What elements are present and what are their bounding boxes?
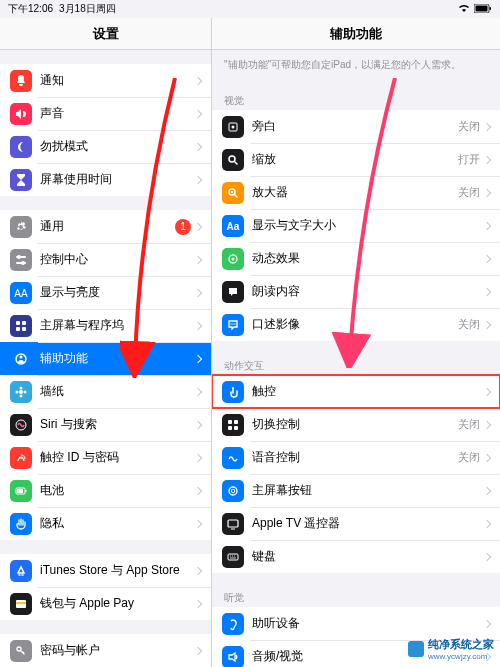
chevron-right-icon (194, 599, 202, 607)
svg-rect-42 (232, 489, 235, 492)
svg-point-15 (20, 386, 23, 389)
watermark-logo-icon (408, 641, 424, 657)
label-magnifier: 放大器 (252, 184, 458, 201)
row-control[interactable]: 控制中心 (0, 243, 211, 276)
row-sounds[interactable]: 声音 (0, 97, 211, 130)
row-homebtn[interactable]: 主屏幕按钮 (212, 474, 500, 507)
chevron-right-icon (483, 387, 491, 395)
label-itunes: iTunes Store 与 App Store (40, 562, 195, 579)
svg-point-5 (17, 255, 21, 259)
header: 设置 辅助功能 (0, 18, 500, 50)
row-wallet[interactable]: 钱包与 Apple Pay (0, 587, 211, 620)
svg-point-32 (232, 257, 235, 260)
row-itunes[interactable]: iTunes Store 与 App Store (0, 554, 211, 587)
row-privacy[interactable]: 隐私 (0, 507, 211, 540)
row-zoom[interactable]: 缩放打开 (212, 143, 500, 176)
svg-point-27 (232, 125, 235, 128)
status-magnifier: 关闭 (458, 185, 480, 200)
svg-text:AA: AA (14, 288, 28, 299)
chevron-right-icon (194, 76, 202, 84)
chevron-right-icon (194, 646, 202, 654)
sidebar[interactable]: 通知声音勿扰模式屏幕使用时间通用1控制中心AA显示与亮度主屏幕与程序坞辅助功能墙… (0, 50, 212, 667)
voice-icon (222, 447, 244, 469)
chevron-right-icon (483, 254, 491, 262)
homebtn-icon (222, 480, 244, 502)
label-textsize: 显示与文字大小 (252, 217, 484, 234)
label-dnd: 勿扰模式 (40, 138, 195, 155)
row-voiceover[interactable]: 旁白关闭 (212, 110, 500, 143)
svg-point-28 (229, 156, 235, 162)
svg-rect-40 (234, 426, 238, 430)
chevron-right-icon (194, 486, 202, 494)
row-switch[interactable]: 切换控制关闭 (212, 408, 500, 441)
row-siri[interactable]: Siri 与搜索 (0, 408, 211, 441)
row-accessibility[interactable]: 辅助功能 (0, 342, 211, 375)
sun-icon: AA (10, 282, 32, 304)
status-switch: 关闭 (458, 417, 480, 432)
row-touchid[interactable]: 触控 ID 与密码 (0, 441, 211, 474)
row-spoken[interactable]: 朗读内容 (212, 275, 500, 308)
svg-point-33 (230, 323, 231, 324)
chevron-right-icon (483, 486, 491, 494)
svg-rect-22 (26, 490, 27, 492)
vo-icon (222, 116, 244, 138)
detail-pane[interactable]: "辅助功能"可帮助您自定iPad，以满足您的个人需求。 视觉旁白关闭缩放打开放大… (212, 50, 500, 667)
row-touch[interactable]: 触控 (212, 375, 500, 408)
row-notifications[interactable]: 通知 (0, 64, 211, 97)
svg-rect-8 (16, 321, 20, 325)
row-display[interactable]: AA显示与亮度 (0, 276, 211, 309)
watermark-text: 纯净系统之家 (428, 637, 494, 652)
chevron-right-icon (483, 552, 491, 560)
svg-rect-21 (17, 489, 23, 493)
row-screentime[interactable]: 屏幕使用时间 (0, 163, 211, 196)
row-appletv[interactable]: Apple TV 遥控器 (212, 507, 500, 540)
label-keyboard: 键盘 (252, 548, 484, 565)
person-icon (10, 348, 32, 370)
chevron-right-icon (194, 109, 202, 117)
label-zoom: 缩放 (252, 151, 458, 168)
row-general[interactable]: 通用1 (0, 210, 211, 243)
svg-point-35 (234, 323, 235, 324)
status-bar: 下午12:06 3月18日周四 (0, 0, 500, 18)
chevron-right-icon (194, 288, 202, 296)
label-control: 控制中心 (40, 251, 195, 268)
sliders-icon (10, 249, 32, 271)
label-switch: 切换控制 (252, 416, 458, 433)
row-hearing[interactable]: 助听设备 (212, 607, 500, 640)
row-motion[interactable]: 动态效果 (212, 242, 500, 275)
row-passwords[interactable]: 密码与帐户 (0, 634, 211, 667)
svg-rect-2 (490, 7, 492, 10)
svg-rect-10 (16, 327, 20, 331)
row-textsize[interactable]: Aa显示与文字大小 (212, 209, 500, 242)
battery-icon (10, 480, 32, 502)
row-battery[interactable]: 电池 (0, 474, 211, 507)
row-home[interactable]: 主屏幕与程序坞 (0, 309, 211, 342)
chevron-right-icon (194, 519, 202, 527)
row-voice[interactable]: 语音控制关闭 (212, 441, 500, 474)
row-dnd[interactable]: 勿扰模式 (0, 130, 211, 163)
status-voice: 关闭 (458, 450, 480, 465)
speech-icon (222, 281, 244, 303)
bell-icon (10, 70, 32, 92)
label-audiodesc: 口述影像 (252, 316, 458, 333)
label-voice: 语音控制 (252, 449, 458, 466)
zoom-icon (222, 149, 244, 171)
label-siri: Siri 与搜索 (40, 416, 195, 433)
av-icon (222, 646, 244, 668)
svg-rect-37 (228, 420, 232, 424)
row-audiodesc[interactable]: 口述影像关闭 (212, 308, 500, 341)
svg-point-41 (229, 487, 237, 495)
row-keyboard[interactable]: 键盘 (212, 540, 500, 573)
row-wallpaper[interactable]: 墙纸 (0, 375, 211, 408)
label-notifications: 通知 (40, 72, 195, 89)
watermark: 纯净系统之家 www.ycwjzy.com (408, 637, 494, 661)
label-passwords: 密码与帐户 (40, 642, 195, 659)
label-battery: 电池 (40, 482, 195, 499)
status-zoom: 打开 (458, 152, 480, 167)
header-left: 设置 (0, 18, 212, 49)
label-touchid: 触控 ID 与密码 (40, 449, 195, 466)
label-appletv: Apple TV 遥控器 (252, 515, 484, 532)
svg-point-17 (16, 390, 19, 393)
bubble-icon (222, 314, 244, 336)
row-magnifier[interactable]: 放大器关闭 (212, 176, 500, 209)
